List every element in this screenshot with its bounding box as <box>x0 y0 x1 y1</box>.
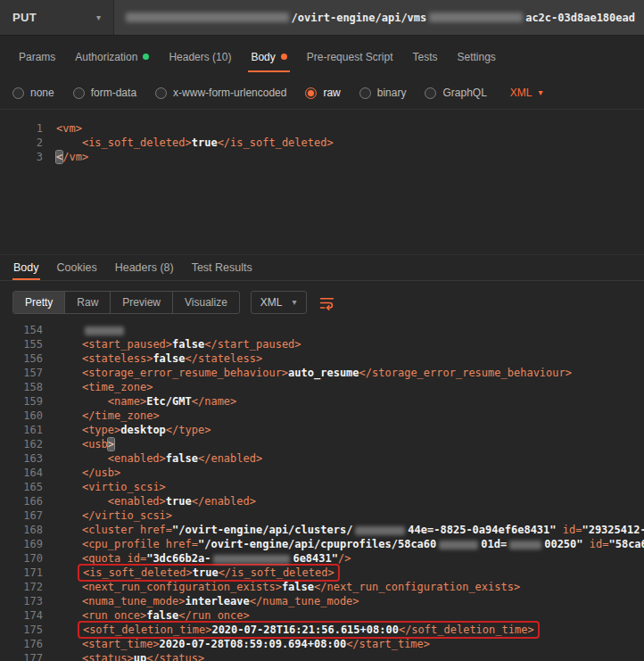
radio-label: none <box>30 87 54 99</box>
response-tab-cookies[interactable]: Cookies <box>48 255 106 280</box>
line-number: 169 <box>0 537 43 551</box>
tab-authorization[interactable]: Authorization <box>65 37 159 77</box>
code-line-157: 157 <storage_error_resume_behaviour>auto… <box>0 366 644 380</box>
line-number: 164 <box>0 466 43 480</box>
language-label: XML <box>510 87 533 99</box>
view-preview[interactable]: Preview <box>111 292 173 313</box>
response-tab-body[interactable]: Body <box>4 255 48 280</box>
code-token <box>56 509 82 522</box>
code-token: interleave <box>186 595 250 607</box>
tab-settings[interactable]: Settings <box>448 37 506 77</box>
line-number: 157 <box>0 366 43 380</box>
redacted-text <box>509 541 541 549</box>
body-mode-raw[interactable]: raw <box>305 87 340 99</box>
redacted-text <box>85 326 124 335</box>
response-view-switcher: PrettyRawPreviewVisualize <box>12 291 240 314</box>
code-token: </is_soft_deleted> <box>218 136 334 149</box>
request-language-select[interactable]: XML ▾ <box>510 87 543 99</box>
code-line-171: 171 <is_soft_deleted>true</is_soft_delet… <box>0 566 644 580</box>
code-content <box>43 323 127 337</box>
code-token: Etc/GMT <box>146 395 192 408</box>
body-mode-none[interactable]: none <box>12 87 54 99</box>
body-mode-binary[interactable]: binary <box>359 87 407 99</box>
response-tab-headers-8-[interactable]: Headers (8) <box>106 255 183 280</box>
code-token <box>56 424 82 436</box>
code-token: <stateless> <box>82 352 153 365</box>
body-mode-x-www-form-urlencoded[interactable]: x-www-form-urlencoded <box>155 87 286 99</box>
code-content: <soft_deletion_time>2020-07-28T16:21:56.… <box>43 623 540 637</box>
radio-icon <box>359 87 371 99</box>
radio-icon <box>73 87 85 99</box>
code-content: <vm> <box>43 121 82 136</box>
code-content: </virtio_scsi> <box>43 508 172 523</box>
code-line-165: 165 <virtio_scsi> <box>0 480 644 494</box>
code-token: 2020-07-28T16:21:56.615+08:00 <box>211 624 399 636</box>
response-tabs: BodyCookiesHeaders (8)Test Results <box>0 254 644 281</box>
line-number: 163 <box>0 451 43 466</box>
chevron-down-icon: ▾ <box>96 13 101 22</box>
line-number: 161 <box>0 423 43 437</box>
code-token: 6e8431" <box>293 552 338 565</box>
code-line-160: 160 </time_zone> <box>0 409 644 423</box>
line-number: 159 <box>0 394 43 409</box>
code-token <box>56 409 82 422</box>
code-content: <storage_error_resume_behaviour>auto_res… <box>43 366 572 380</box>
code-token <box>56 338 82 351</box>
code-token: "/ovirt-engine/api/clusters/ <box>172 524 352 536</box>
code-token: <is_soft_deleted> <box>82 136 192 149</box>
tab-body[interactable]: Body <box>241 37 296 77</box>
code-content: <time_zone> <box>43 380 153 394</box>
code-line-176: 176 <start_time>2020-07-28T08:59:09.694+… <box>0 637 644 651</box>
line-number: 168 <box>0 523 43 537</box>
code-line-2: 2 <is_soft_deleted>true</is_soft_deleted… <box>0 136 644 150</box>
body-mode-list: noneform-datax-www-form-urlencodedrawbin… <box>12 87 487 99</box>
view-raw[interactable]: Raw <box>65 292 111 313</box>
chevron-down-icon: ▾ <box>293 298 297 307</box>
tab-label: Headers (8) <box>115 261 174 274</box>
tab-pre-request-script[interactable]: Pre-request Script <box>297 37 403 77</box>
request-body-editor[interactable]: 1<vm>2 <is_soft_deleted>true</is_soft_de… <box>0 109 644 254</box>
code-line-158: 158 <time_zone> <box>0 380 644 394</box>
code-token: <enabled> <box>108 452 166 465</box>
redacted-text <box>355 526 405 535</box>
response-tab-test-results[interactable]: Test Results <box>183 255 261 280</box>
view-visualize[interactable]: Visualize <box>173 292 239 313</box>
tab-label: Authorization <box>75 51 137 63</box>
code-content: <numa_tune_mode>interleave</numa_tune_mo… <box>43 594 359 608</box>
code-token: /vm> <box>62 151 88 163</box>
code-token: false <box>172 338 204 351</box>
code-token: </status> <box>146 652 204 661</box>
tab-label: Body <box>251 51 275 63</box>
url-text: /ovirt-engine/api/vms <box>292 12 427 24</box>
code-content: <cpu_profile href="/ovirt-engine/api/cpu… <box>43 537 644 551</box>
code-token: </storage_error_resume_behaviour> <box>359 367 572 379</box>
url-input[interactable]: /ovirt-engine/api/vmsac2c-03d8ae180ead <box>114 0 644 35</box>
response-body-viewer[interactable]: 154 155 <start_paused>false</start_pause… <box>0 318 644 661</box>
method-label: PUT <box>12 11 37 24</box>
code-token: <start_time> <box>82 638 160 650</box>
code-token <box>56 352 82 365</box>
code-token <box>56 324 82 336</box>
code-token <box>56 481 82 493</box>
code-line-154: 154 <box>0 323 644 337</box>
code-token <box>56 452 108 465</box>
view-pretty[interactable]: Pretty <box>13 292 65 313</box>
body-mode-form-data[interactable]: form-data <box>73 87 136 99</box>
tab-headers-10-[interactable]: Headers (10) <box>159 37 241 77</box>
code-token: <enabled> <box>108 495 166 508</box>
tab-params[interactable]: Params <box>9 37 65 77</box>
code-content: <is_soft_deleted>true</is_soft_deleted> <box>43 136 334 150</box>
code-token <box>56 495 108 508</box>
radio-icon <box>305 87 317 99</box>
code-content: <enabled>true</enabled> <box>43 494 256 508</box>
code-token <box>56 652 82 661</box>
tab-tests[interactable]: Tests <box>402 37 447 77</box>
response-language-select[interactable]: XML ▾ <box>251 291 307 314</box>
line-number: 154 <box>0 323 43 337</box>
wrap-lines-icon[interactable] <box>319 295 334 310</box>
code-line-3: 3</vm> <box>0 150 644 164</box>
code-line-156: 156 <stateless>false</stateless> <box>0 351 644 366</box>
body-mode-graphql[interactable]: GraphQL <box>425 87 486 99</box>
method-select[interactable]: PUT ▾ <box>0 0 114 35</box>
code-token: true <box>192 136 218 149</box>
